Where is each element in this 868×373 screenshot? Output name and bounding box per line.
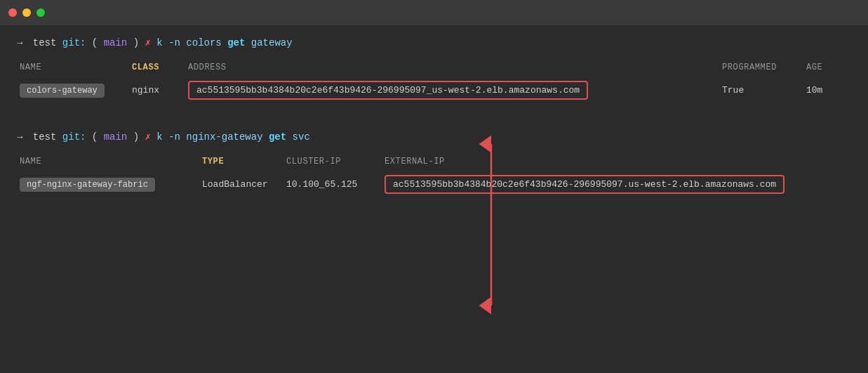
prompt-test-1: test	[33, 37, 62, 48]
prompt-cmd-prefix-1: k -n colors	[156, 37, 227, 48]
prompt-cmd-suffix-2: svc	[293, 131, 310, 143]
prompt-branch-name-2: main	[104, 131, 128, 143]
prompt-branch-close-2: )	[133, 131, 139, 143]
cell-programmed-1: True	[722, 85, 806, 96]
cell-external-ip-2: ac5513595bb3b4384b20c2e6f43b9426-2969950…	[385, 175, 848, 194]
cell-address-1: ac5513595bb3b4384b20c2e6f43b9426-2969950…	[188, 81, 722, 100]
prompt-cmd-keyword-1: get	[227, 37, 245, 48]
prompt-x-2: ✗	[145, 131, 150, 143]
prompt-branch-open-2: (	[92, 131, 98, 143]
address-box-1: ac5513595bb3b4384b20c2e6f43b9426-2969950…	[188, 81, 588, 100]
table-2: NAME TYPE CLUSTER-IP EXTERNAL-IP ngf-ngi…	[17, 157, 851, 195]
prompt-test-2: test	[33, 131, 62, 143]
cell-name-2: ngf-nginx-gateway-fabric	[20, 178, 202, 192]
table-1-header: NAME CLASS ADDRESS PROGRAMMED AGE	[17, 63, 851, 72]
table-row: colors-gateway nginx ac5513595bb3b4384b2…	[17, 79, 851, 101]
header-external-ip-2: EXTERNAL-IP	[385, 157, 848, 166]
header-name-1: NAME	[20, 63, 132, 72]
name-badge-2: ngf-nginx-gateway-fabric	[20, 178, 155, 192]
header-type-2: TYPE	[202, 157, 286, 166]
prompt-branch-open-1: (	[92, 37, 98, 48]
address-box-2: ac5513595bb3b4384b20c2e6f43b9426-2969950…	[385, 175, 784, 194]
command-line-1: → test git: ( main ) ✗ k -n colors get g…	[17, 37, 851, 48]
titlebar	[0, 0, 868, 25]
cell-cluster-ip-2: 10.100_65.125	[286, 179, 385, 190]
minimize-button[interactable]	[22, 8, 31, 17]
prompt-cmd-prefix-2: k -n nginx-gateway	[156, 131, 269, 143]
header-name-2: NAME	[20, 157, 202, 166]
maximize-button[interactable]	[36, 8, 45, 17]
prompt-branch-name-1: main	[104, 37, 128, 48]
table-row-2: ngf-nginx-gateway-fabric LoadBalancer 10…	[17, 174, 851, 195]
table-2-header: NAME TYPE CLUSTER-IP EXTERNAL-IP	[17, 157, 851, 166]
cell-type-2: LoadBalancer	[202, 179, 286, 190]
command-line-2: → test git: ( main ) ✗ k -n nginx-gatewa…	[17, 131, 851, 143]
cell-age-1: 10m	[806, 85, 848, 96]
name-badge-1: colors-gateway	[20, 84, 105, 98]
cell-name-1: colors-gateway	[20, 84, 132, 98]
prompt-git-2: git:	[62, 131, 86, 143]
header-class-1: CLASS	[132, 63, 188, 72]
prompt-git-1: git:	[62, 37, 86, 48]
header-age-1: AGE	[806, 63, 848, 72]
prompt-cmd-keyword-2: get	[269, 131, 286, 143]
prompt-arrow-1: →	[17, 37, 22, 48]
terminal-content: → test git: ( main ) ✗ k -n colors get g…	[0, 25, 868, 223]
prompt-arrow-2: →	[17, 131, 22, 143]
header-cluster-ip-2: CLUSTER-IP	[286, 157, 385, 166]
cell-class-1: nginx	[132, 85, 188, 96]
header-address-1: ADDRESS	[188, 63, 722, 72]
prompt-branch-close-1: )	[133, 37, 139, 48]
table-1: NAME CLASS ADDRESS PROGRAMMED AGE colors…	[17, 63, 851, 101]
close-button[interactable]	[8, 8, 17, 17]
header-programmed-1: PROGRAMMED	[722, 63, 806, 72]
prompt-cmd-suffix-1: gateway	[251, 37, 293, 48]
prompt-x-1: ✗	[145, 37, 150, 48]
